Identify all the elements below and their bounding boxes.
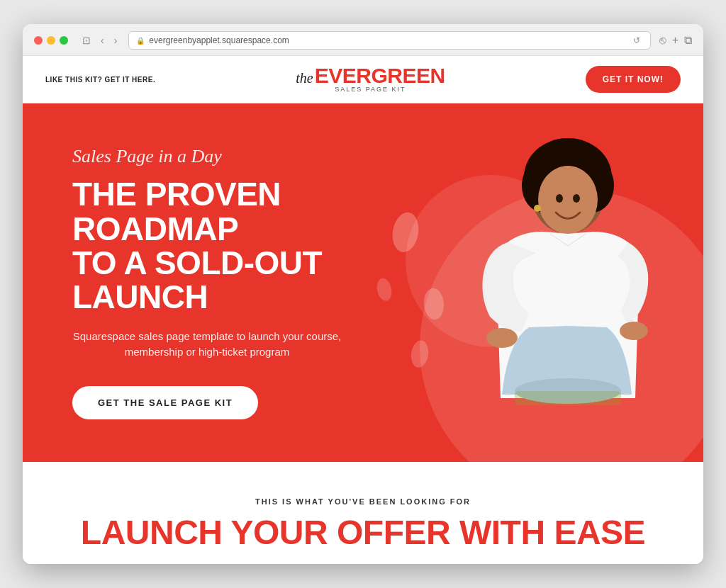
- browser-controls: ⊡ ‹ ›: [79, 34, 120, 47]
- hero-image: [397, 103, 703, 461]
- hero-cta-button[interactable]: GET THE SALE PAGE KIT: [72, 386, 258, 419]
- logo-subtitle: SALES PAGE KIT: [296, 86, 445, 93]
- lock-icon: 🔒: [136, 37, 145, 45]
- below-hero-section: THIS IS WHAT YOU'VE BEEN LOOKING FOR LAU…: [23, 462, 703, 564]
- logo-brand: EVERGREEN: [315, 66, 445, 85]
- hero-title-line2: TO A SOLD-OUT LAUNCH: [72, 246, 354, 315]
- svg-point-12: [556, 194, 563, 203]
- back-button[interactable]: ‹: [98, 34, 107, 47]
- below-hero-title: LAUNCH YOUR OFFER WITH EASE: [45, 516, 681, 550]
- hero-title-line1: THE PROVEN ROADMAP: [72, 177, 354, 246]
- nav-left-text: LIKE THIS KIT? GET IT HERE.: [45, 76, 155, 84]
- hero-subtitle: Squarespace sales page template to launc…: [72, 329, 342, 361]
- site-nav: LIKE THIS KIT? GET IT HERE. the EVERGREE…: [23, 56, 703, 103]
- close-button[interactable]: [34, 36, 43, 45]
- hero-title: THE PROVEN ROADMAP TO A SOLD-OUT LAUNCH: [72, 177, 354, 314]
- address-bar[interactable]: 🔒 evergreenbyapplet.squarespace.com ↺: [128, 31, 650, 50]
- browser-actions: ⎋ + ⧉: [659, 34, 692, 47]
- site-content: LIKE THIS KIT? GET IT HERE. the EVERGREE…: [23, 56, 703, 563]
- share-button[interactable]: ⎋: [659, 34, 666, 47]
- traffic-lights: [34, 36, 68, 45]
- window-icon[interactable]: ⊡: [79, 34, 94, 47]
- hero-section: Sales Page in a Day THE PROVEN ROADMAP T…: [23, 103, 703, 461]
- browser-window: ⊡ ‹ › 🔒 evergreenbyapplet.squarespace.co…: [23, 24, 703, 563]
- nav-logo: the EVERGREEN SALES PAGE KIT: [296, 66, 445, 93]
- svg-point-16: [486, 328, 518, 348]
- svg-point-13: [573, 194, 580, 203]
- nav-cta-button[interactable]: GET IT NOW!: [586, 66, 681, 93]
- hero-script-text: Sales Page in a Day: [72, 146, 354, 167]
- logo-the: the: [296, 71, 313, 85]
- maximize-button[interactable]: [60, 36, 68, 45]
- url-text: evergreenbyapplet.squarespace.com: [149, 35, 289, 45]
- browser-chrome: ⊡ ‹ › 🔒 evergreenbyapplet.squarespace.co…: [23, 24, 703, 56]
- svg-point-14: [534, 205, 541, 212]
- tabs-button[interactable]: ⧉: [684, 34, 692, 47]
- forward-button[interactable]: ›: [111, 34, 121, 47]
- hero-content: Sales Page in a Day THE PROVEN ROADMAP T…: [23, 103, 397, 461]
- svg-point-11: [538, 166, 598, 234]
- new-tab-button[interactable]: +: [672, 34, 678, 47]
- below-hero-eyebrow: THIS IS WHAT YOU'VE BEEN LOOKING FOR: [45, 497, 681, 506]
- svg-rect-19: [515, 391, 621, 405]
- person-illustration: [451, 129, 649, 462]
- svg-point-17: [620, 322, 648, 340]
- minimize-button[interactable]: [47, 36, 55, 45]
- reload-button[interactable]: ↺: [630, 35, 643, 46]
